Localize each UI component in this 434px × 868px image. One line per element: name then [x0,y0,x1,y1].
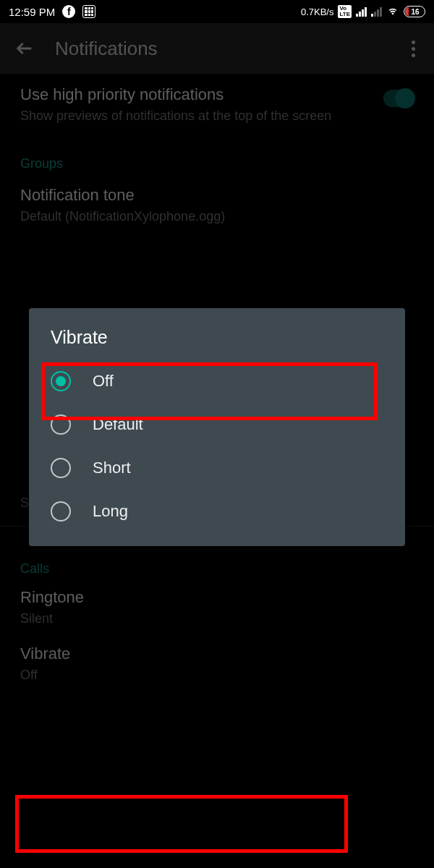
overflow-icon[interactable] [407,36,420,61]
app-bar: Notifications [0,23,434,74]
volte-icon: VoLTE [338,5,352,18]
back-icon[interactable] [14,38,35,59]
radio-icon [51,414,71,435]
status-bar: 12:59 PM f 0.7KB/s VoLTE 16 [0,0,434,23]
calls-header: Calls [20,541,414,579]
status-time: 12:59 PM [9,6,55,18]
signal-icon [356,7,367,17]
option-long[interactable]: Long [29,490,405,533]
notification-tone-row[interactable]: Notification tone Default (NotificationX… [20,174,414,237]
facebook-icon: f [62,5,75,18]
tone-title: Notification tone [20,186,414,205]
radio-icon [51,371,71,391]
priority-switch[interactable] [383,90,414,107]
annotation-highlight-vibrate [15,795,348,853]
wifi-icon [386,7,399,17]
option-off[interactable]: Off [29,359,405,403]
option-short[interactable]: Short [29,446,405,490]
option-label: Default [93,415,143,434]
priority-title: Use high priority notifications [20,85,383,104]
radio-icon [51,458,71,478]
ringtone-sub: Silent [20,610,414,627]
data-rate: 0.7KB/s [301,7,334,17]
vibrate-title: Vibrate [20,644,414,663]
ringtone-title: Ringtone [20,588,414,607]
dialog-title: Vibrate [29,327,405,359]
page-title: Notifications [55,38,387,60]
vibrate-dialog: Vibrate Off Default Short Long [29,308,405,546]
option-default[interactable]: Default [29,403,405,446]
option-label: Off [93,372,114,391]
priority-sub: Show previews of notifications at the to… [20,107,383,124]
tone-sub: Default (NotificationXylophone.ogg) [20,208,414,225]
signal-icon-2 [371,7,382,17]
groups-header: Groups [20,136,414,174]
radio-icon [51,501,71,522]
priority-notifications-row[interactable]: Use high priority notifications Show pre… [20,74,414,136]
ringtone-row[interactable]: Ringtone Silent [20,579,414,636]
option-label: Short [93,459,131,477]
vibrate-sub: Off [20,666,414,684]
apps-icon [82,5,95,18]
calls-vibrate-row[interactable]: Vibrate Off [20,636,414,692]
option-label: Long [93,502,128,521]
battery-icon: 16 [404,6,425,17]
